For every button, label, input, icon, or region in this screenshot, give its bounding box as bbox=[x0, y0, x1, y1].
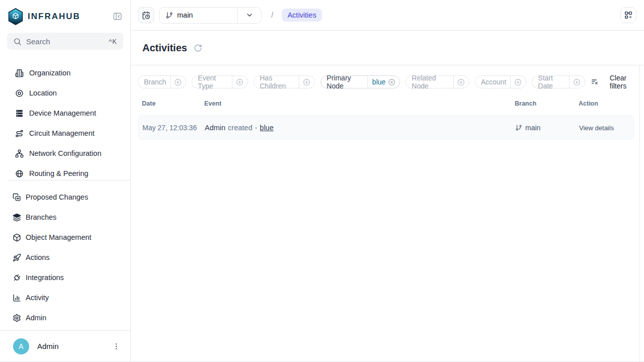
schema-visualizer-button[interactable] bbox=[620, 7, 636, 23]
plus-circle-icon[interactable] bbox=[170, 76, 186, 88]
sidebar-collapse-button[interactable] bbox=[112, 11, 123, 22]
bar-chart-icon bbox=[13, 294, 21, 302]
main-area: main / Activities bbox=[131, 0, 644, 361]
plus-circle-icon[interactable] bbox=[232, 76, 248, 88]
refresh-icon bbox=[194, 44, 202, 52]
table-row[interactable]: May 27, 12:03:36 Admincreated-blue main bbox=[138, 115, 634, 140]
building-icon bbox=[15, 69, 24, 77]
content-body: Branch Event Type Has Children bbox=[131, 65, 644, 361]
route-icon bbox=[15, 129, 24, 138]
activities-table: Date Event Branch Action May 27, 12:03:3… bbox=[138, 98, 634, 140]
calendar-clock-icon bbox=[142, 11, 150, 20]
plus-circle-icon[interactable] bbox=[569, 76, 585, 88]
cell-date: May 27, 12:03:36 bbox=[142, 124, 205, 132]
filter-chip-primary-node[interactable]: Primary Node blue bbox=[320, 75, 400, 88]
branch-selector-value: main bbox=[159, 8, 237, 23]
cell-action: View details bbox=[579, 123, 629, 132]
branch-selector-caret[interactable] bbox=[237, 8, 261, 23]
column-header-date: Date bbox=[142, 100, 204, 107]
sidebar-item-location[interactable]: Location bbox=[0, 83, 130, 103]
branch-selector[interactable]: main bbox=[159, 7, 262, 24]
sidebar-divider bbox=[8, 180, 130, 180]
sidebar-item-object-management[interactable]: Object Management bbox=[0, 227, 130, 247]
copy-diff-icon bbox=[13, 193, 21, 202]
breadcrumb-separator: / bbox=[271, 11, 273, 20]
plus-circle-icon[interactable] bbox=[510, 76, 526, 88]
box-icon bbox=[13, 233, 21, 242]
sidebar-item-branches[interactable]: Branches bbox=[0, 207, 130, 227]
git-branch-icon bbox=[166, 12, 173, 19]
x-circle-icon[interactable] bbox=[388, 78, 395, 86]
chevron-down-icon bbox=[246, 11, 254, 19]
view-details-link[interactable]: View details bbox=[579, 124, 614, 132]
sidebar-item-proposed-changes[interactable]: Proposed Changes bbox=[0, 187, 130, 207]
page-title: Activities bbox=[142, 42, 187, 54]
plus-circle-icon[interactable] bbox=[299, 76, 314, 88]
filter-chip-branch[interactable]: Branch bbox=[138, 75, 186, 88]
infrahub-logo-icon bbox=[8, 8, 23, 25]
network-icon bbox=[15, 149, 24, 158]
vertical-scrollbar[interactable] bbox=[639, 65, 640, 361]
avatar: A bbox=[13, 338, 29, 354]
time-travel-button[interactable] bbox=[138, 7, 154, 23]
brand-name: INFRAHUB bbox=[28, 12, 80, 22]
sidebar-item-integrations[interactable]: Integrations bbox=[0, 267, 130, 288]
user-menu[interactable]: A Admin bbox=[0, 331, 130, 361]
kebab-icon bbox=[112, 342, 120, 350]
column-header-event: Event bbox=[204, 100, 515, 107]
search-icon bbox=[13, 37, 22, 46]
cell-branch: main bbox=[515, 124, 579, 132]
cell-event: Admincreated-blue bbox=[205, 124, 515, 132]
sidebar-main-menu: Proposed Changes Branches Object Managem… bbox=[0, 187, 130, 328]
sidebar-item-circuit-management[interactable]: Circuit Management bbox=[0, 123, 130, 143]
topbar: main / Activities bbox=[131, 0, 644, 31]
sidebar-item-activity[interactable]: Activity bbox=[0, 288, 130, 308]
git-branch-icon bbox=[515, 124, 522, 131]
column-header-action: Action bbox=[579, 100, 630, 107]
filter-value: blue bbox=[372, 78, 385, 86]
sidebar-item-actions[interactable]: Actions bbox=[0, 247, 130, 267]
plug-icon bbox=[13, 274, 21, 282]
sidebar: INFRAHUB Search ^K bbox=[0, 0, 131, 361]
column-header-branch: Branch bbox=[515, 100, 579, 107]
search-shortcut: ^K bbox=[109, 38, 117, 45]
user-name: Admin bbox=[37, 342, 102, 350]
filter-chip-account[interactable]: Account bbox=[475, 75, 527, 88]
clear-filters-button[interactable]: Clear filters bbox=[591, 74, 634, 90]
logo[interactable]: INFRAHUB bbox=[8, 8, 80, 25]
sidebar-item-admin[interactable]: Admin bbox=[0, 308, 130, 328]
gear-icon bbox=[13, 314, 21, 322]
event-verb: created bbox=[228, 124, 252, 132]
schema-icon bbox=[624, 11, 633, 20]
sidebar-item-routing-peering[interactable]: Routing & Peering bbox=[0, 163, 130, 178]
filter-chip-start-date[interactable]: Start Date bbox=[532, 75, 585, 88]
user-menu-button[interactable] bbox=[110, 340, 122, 352]
sidebar-item-device-management[interactable]: Device Management bbox=[0, 103, 130, 123]
rocket-icon bbox=[13, 253, 21, 262]
search-placeholder: Search bbox=[26, 37, 104, 46]
sidebar-item-organization[interactable]: Organization bbox=[0, 63, 130, 83]
event-object-link[interactable]: blue bbox=[260, 124, 273, 132]
app-window: INFRAHUB Search ^K bbox=[0, 0, 644, 362]
sidebar-schema-menu: Organization Location Device Management bbox=[0, 63, 130, 178]
filter-x-icon bbox=[591, 78, 599, 86]
panel-left-close-icon bbox=[113, 12, 122, 21]
filter-chip-event-type[interactable]: Event Type bbox=[192, 75, 248, 88]
refresh-button[interactable] bbox=[194, 44, 202, 52]
globe-icon bbox=[15, 169, 24, 178]
filter-chip-has-children[interactable]: Has Children bbox=[254, 75, 315, 88]
search-input[interactable]: Search ^K bbox=[7, 33, 123, 50]
sidebar-header: INFRAHUB bbox=[0, 0, 130, 26]
table-header-row: Date Event Branch Action bbox=[138, 98, 634, 109]
layers-icon bbox=[13, 213, 21, 222]
page-header: Activities bbox=[131, 31, 644, 65]
breadcrumb-current[interactable]: Activities bbox=[282, 9, 321, 22]
location-icon bbox=[15, 89, 24, 98]
server-icon bbox=[15, 109, 24, 118]
plus-circle-icon[interactable] bbox=[453, 76, 469, 88]
event-actor: Admin bbox=[205, 124, 225, 132]
filter-chip-related-node[interactable]: Related Node bbox=[406, 75, 469, 88]
sidebar-item-network-configuration[interactable]: Network Configuration bbox=[0, 143, 130, 163]
filter-bar: Branch Event Type Has Children bbox=[138, 74, 634, 90]
